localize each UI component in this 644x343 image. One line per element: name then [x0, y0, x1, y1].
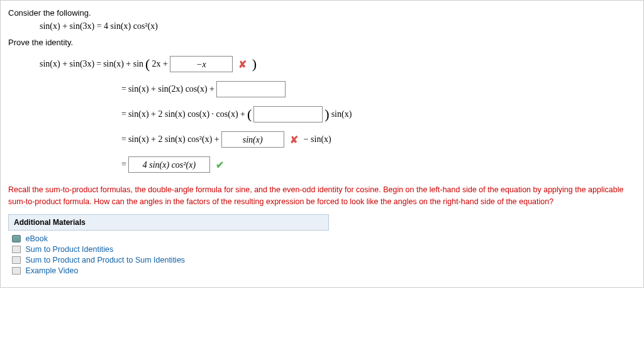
line1-lhs: sin(x) + sin(3x) — [40, 59, 94, 69]
answer-input-4[interactable]: sin(x) — [221, 131, 284, 148]
line3-text-a: sin(x) + 2 sin(x) cos(x) · cos(x) + — [128, 109, 245, 119]
question-container: Consider the following. sin(x) + sin(3x)… — [0, 0, 644, 288]
line5-eq: = — [121, 160, 126, 170]
materials-header: Additional Materials — [8, 214, 329, 231]
proof-line-1: sin(x) + sin(3x) = sin(x) + sin ( 2x + −… — [40, 56, 636, 72]
page-icon — [12, 246, 21, 253]
line4-text-a: sin(x) + 2 sin(x) cos²(x) + — [128, 134, 219, 144]
proof-line-5: = 4 sin(x) cos²(x) ✔ — [121, 156, 636, 173]
hint-text: Recall the sum-to-product formulas, the … — [8, 184, 636, 208]
line3-tail: sin(x) — [331, 109, 352, 119]
line2-text: sin(x) + sin(2x) cos(x) + — [128, 84, 214, 94]
given-equation: sin(x) + sin(3x) = 4 sin(x) cos²(x) — [40, 21, 636, 31]
page-icon — [12, 256, 21, 264]
proof-line-2: = sin(x) + sin(2x) cos(x) + — [121, 81, 636, 97]
paren-open-icon: ( — [145, 56, 150, 72]
answer-input-2[interactable] — [216, 81, 286, 97]
line1-rhs-a: sin(x) + sin — [103, 59, 143, 69]
line4-tail: − sin(x) — [304, 134, 331, 144]
example-video-link[interactable]: Example Video — [25, 266, 78, 275]
materials-item-ebook: eBook — [12, 234, 636, 243]
line3-eq: = — [121, 109, 126, 119]
page-icon — [12, 267, 21, 275]
wrong-mark-icon: ✘ — [290, 134, 298, 146]
proof-line-4: = sin(x) + 2 sin(x) cos²(x) + sin(x) ✘ −… — [121, 131, 636, 148]
line2-eq: = — [121, 84, 126, 94]
line4-eq: = — [121, 134, 126, 144]
answer-input-3[interactable] — [253, 106, 323, 122]
sum-product-both-link[interactable]: Sum to Product and Product to Sum Identi… — [25, 256, 185, 264]
prove-label: Prove the identity. — [8, 38, 636, 47]
wrong-mark-icon: ✘ — [238, 58, 247, 70]
sum-to-product-link[interactable]: Sum to Product Identities — [25, 245, 113, 254]
proof-line-3: = sin(x) + 2 sin(x) cos(x) · cos(x) + ( … — [121, 106, 636, 122]
line1-rhs-b: 2x + — [152, 59, 167, 69]
paren-close-icon: ) — [252, 56, 257, 72]
line1-eq: = — [96, 59, 101, 69]
materials-item-sum-to-product: Sum to Product Identities — [12, 245, 636, 254]
paren-open-icon: ( — [247, 106, 252, 122]
materials-item-video: Example Video — [12, 266, 636, 275]
materials-list: eBook Sum to Product Identities Sum to P… — [8, 234, 636, 280]
book-icon — [12, 235, 21, 242]
ebook-link[interactable]: eBook — [25, 234, 47, 243]
answer-input-1[interactable]: −x — [170, 56, 233, 72]
paren-close-icon: ) — [325, 106, 329, 122]
correct-mark-icon: ✔ — [216, 159, 224, 171]
materials-item-sum-product-both: Sum to Product and Product to Sum Identi… — [12, 256, 636, 264]
prompt-text: Consider the following. — [8, 8, 636, 18]
answer-input-5[interactable]: 4 sin(x) cos²(x) — [128, 156, 210, 173]
